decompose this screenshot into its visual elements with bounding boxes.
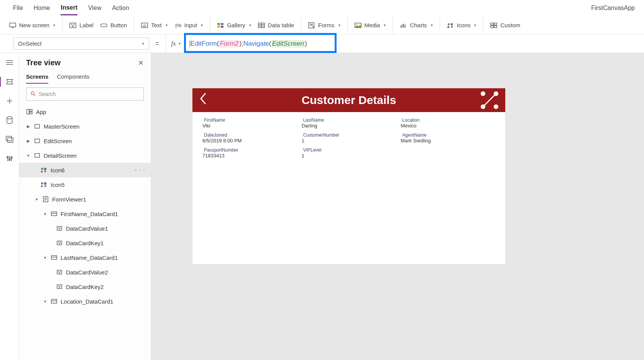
menu-file[interactable]: File [13, 2, 23, 15]
tab-components[interactable]: Components [57, 71, 89, 84]
svg-rect-13 [221, 26, 223, 28]
tree-label: DataCardKey2 [66, 284, 104, 290]
chevron-down-icon[interactable]: ▾ [43, 211, 48, 216]
fx-button[interactable]: fx▾ [166, 35, 184, 53]
tree-node-masterscreen[interactable]: ▶ MasterScreen [19, 119, 151, 134]
media-rail-icon[interactable] [5, 135, 14, 144]
form-viewer: FirstNameViki LastNameDarling LocationMe… [192, 112, 505, 165]
charts-button[interactable]: Charts ▾ [400, 22, 432, 28]
detail-screen-preview[interactable]: Customer Details FirstNameViki LastNameD… [192, 88, 505, 264]
tree-node-datacardkey1[interactable]: DataCardKey1 [19, 236, 151, 250]
tree-view-icon[interactable] [5, 78, 14, 86]
input-button[interactable]: Input ▾ [174, 22, 203, 28]
text-button[interactable]: ab Text ▾ [141, 22, 168, 28]
label-icon [56, 283, 63, 290]
new-screen-button[interactable]: New screen ▾ [9, 22, 55, 28]
tree-label: DataCardValue2 [66, 269, 108, 276]
equals-sign: = [149, 35, 166, 53]
chevron-down-icon[interactable]: ▾ [26, 153, 31, 158]
property-selector[interactable]: OnSelect ▾ [13, 38, 149, 50]
text-cursor [190, 40, 190, 47]
tree-node-formviewer[interactable]: ▾ FormViewer1 [19, 192, 151, 206]
tree-label: MasterScreen [44, 123, 79, 130]
settings-icon[interactable] [5, 154, 14, 163]
button-button[interactable]: Button [100, 22, 127, 28]
tree-label: Location_DataCard1 [61, 298, 113, 305]
edit-icon-selected[interactable] [480, 91, 499, 110]
menu-insert[interactable]: Insert [61, 1, 77, 15]
chevron-down-icon[interactable]: ▾ [43, 299, 48, 304]
tree-node-datacardkey2[interactable]: DataCardKey2 [19, 279, 151, 294]
svg-rect-69 [57, 285, 62, 289]
left-rail [0, 53, 19, 360]
chevron-down-icon[interactable]: ▾ [43, 255, 48, 260]
svg-rect-3 [101, 24, 107, 26]
tab-screens[interactable]: Screens [26, 71, 48, 84]
svg-point-46 [31, 92, 34, 95]
svg-point-37 [7, 117, 12, 119]
formula-input[interactable]: EditForm(Form2);Navigate(EditScreen) [184, 35, 644, 53]
chevron-down-icon: ▾ [338, 23, 340, 27]
tree-node-firstname-card[interactable]: ▾ FirstName_DataCard1 [19, 206, 151, 221]
media-label: Media [365, 22, 380, 28]
property-selected-label: OnSelect [18, 40, 42, 47]
svg-point-26 [447, 23, 449, 25]
text-icon: ab [141, 22, 148, 28]
label-button[interactable]: Label [69, 22, 94, 28]
chevron-down-icon[interactable]: ▾ [34, 197, 39, 202]
canvas[interactable]: Customer Details FirstNameViki LastNameD… [151, 53, 644, 360]
search-input[interactable]: Search [26, 88, 144, 101]
hamburger-icon[interactable] [5, 58, 14, 67]
svg-rect-66 [51, 256, 57, 259]
media-button[interactable]: Media ▾ [355, 22, 386, 28]
formula-fn1: EditForm [191, 40, 217, 48]
card-value-viplevel: 1 [302, 153, 396, 160]
svg-rect-10 [217, 23, 220, 25]
svg-point-74 [494, 91, 498, 96]
card-value-datejoined: 6/5/2019 8:00 PM [202, 138, 297, 145]
card-value-customernumber: 1 [302, 138, 396, 145]
card-value-passportnumber: 71833413 [202, 153, 297, 160]
tree-node-location-card[interactable]: ▾ Location_DataCard1 [19, 294, 151, 309]
close-icon[interactable]: ✕ [138, 59, 144, 67]
menu-action[interactable]: Action [112, 2, 129, 15]
gallery-button[interactable]: Gallery ▾ [217, 22, 251, 28]
tree-node-lastname-card[interactable]: ▾ LastName_DataCard1 [19, 250, 151, 265]
card-value-agentname: Mark Siedling [401, 138, 495, 145]
chevron-down-icon: ▾ [166, 23, 168, 27]
chevron-down-icon: ▾ [142, 41, 144, 46]
svg-rect-0 [10, 23, 16, 27]
add-icon[interactable] [5, 97, 14, 105]
chevron-down-icon: ▾ [201, 23, 203, 27]
chevron-right-icon[interactable]: ▶ [26, 124, 31, 129]
chevron-right-icon[interactable]: ▶ [26, 139, 31, 144]
tree-node-datacardvalue2[interactable]: DataCardValue2 [19, 265, 151, 279]
tree-node-icon6[interactable]: Icon6 · · · [19, 163, 151, 177]
card-icon [51, 210, 58, 217]
card-label-customernumber: CustomerNumber [302, 132, 396, 138]
svg-rect-38 [6, 136, 12, 141]
icons-button[interactable]: Icons ▾ [447, 22, 476, 28]
svg-line-72 [483, 94, 496, 107]
tree-node-editscreen[interactable]: ▶ EditScreen [19, 134, 151, 148]
icons-icon [41, 167, 48, 173]
tree-node-icon5[interactable]: Icon5 [19, 177, 151, 192]
data-table-button[interactable]: Data table [258, 22, 294, 28]
screen-icon [34, 152, 41, 159]
custom-button[interactable]: Custom [490, 22, 520, 28]
forms-icon [308, 22, 315, 28]
card-label-datejoined: DateJoined [202, 132, 297, 138]
formula-text: EditForm(Form2);Navigate(EditScreen) [184, 40, 307, 48]
menu-home[interactable]: Home [34, 2, 50, 15]
button-label: Button [110, 22, 127, 28]
tree-node-detailscreen[interactable]: ▾ DetailScreen [19, 148, 151, 163]
menu-view[interactable]: View [88, 2, 101, 15]
card-value-lastname: Darling [302, 123, 396, 130]
icons-label: Icons [457, 22, 471, 28]
tree-node-app[interactable]: App [19, 104, 151, 119]
main-area: Tree view ✕ Screens Components Search Ap… [0, 53, 644, 360]
data-icon[interactable] [5, 116, 14, 124]
card-label-lastname: LastName [302, 117, 396, 123]
tree-node-datacardvalue1[interactable]: DataCardValue1 [19, 221, 151, 236]
forms-button[interactable]: Forms ▾ [308, 22, 340, 28]
